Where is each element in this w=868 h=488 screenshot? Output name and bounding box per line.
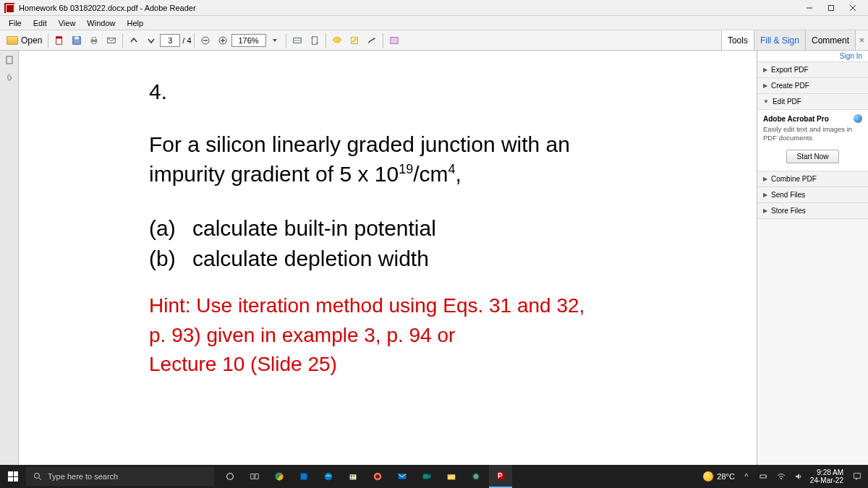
page-total: 4 (187, 36, 191, 45)
svg-point-27 (227, 474, 234, 480)
read-mode-button[interactable] (386, 33, 402, 48)
toolbar-separator (48, 33, 48, 48)
svg-rect-49 (760, 475, 766, 478)
chrome-icon[interactable] (268, 465, 291, 488)
sign-in-link[interactable]: Sign In (757, 51, 868, 62)
adobe-reader-taskbar-icon[interactable] (489, 465, 512, 488)
svg-rect-7 (75, 36, 79, 39)
window-titlebar: Homework 6b 03182022.docx.pdf - Adobe Re… (0, 0, 868, 16)
toolbar: Open / 4 Tools Fill & Sign Comment × (0, 30, 868, 51)
store-files-section[interactable]: ▶Store Files (757, 203, 868, 219)
document-viewport[interactable]: 4. For a silicon linearly graded junctio… (19, 51, 757, 465)
svg-rect-50 (766, 476, 767, 477)
wifi-icon[interactable] (775, 471, 787, 482)
microsoft-store-icon[interactable] (341, 465, 365, 488)
hint-text: Hint: Use iteration method using Eqs. 31… (149, 291, 757, 380)
meet-icon[interactable] (415, 465, 438, 488)
search-placeholder: Type here to search (48, 472, 118, 481)
firefox-icon[interactable] (366, 465, 389, 488)
zoom-out-button[interactable] (197, 33, 213, 48)
fit-page-button[interactable] (307, 33, 323, 48)
weather-widget[interactable]: 28°C (703, 471, 735, 481)
menu-view[interactable]: View (53, 17, 82, 29)
sun-icon (703, 471, 713, 481)
svg-rect-9 (93, 37, 96, 40)
battery-icon[interactable] (758, 471, 770, 482)
open-button[interactable]: Open (4, 33, 45, 48)
svg-point-47 (474, 474, 479, 479)
cortana-icon[interactable] (218, 465, 242, 488)
question-number: 4. (149, 80, 757, 104)
menu-edit[interactable]: Edit (27, 17, 53, 29)
left-navigation-rail (0, 51, 19, 465)
notifications-icon[interactable] (849, 468, 865, 484)
volume-icon[interactable] (793, 471, 804, 482)
menu-window[interactable]: Window (81, 17, 121, 29)
start-now-button[interactable]: Start Now (786, 150, 840, 163)
svg-rect-35 (351, 475, 353, 477)
close-button[interactable] (842, 1, 864, 15)
tab-comment[interactable]: Comment (805, 30, 855, 50)
thumbnails-icon[interactable] (3, 53, 16, 67)
save-button[interactable] (69, 33, 85, 48)
page-down-button[interactable] (143, 33, 159, 48)
clock[interactable]: 9:28 AM 24-Mar-22 (810, 468, 843, 484)
export-pdf-section[interactable]: ▶Export PDF (757, 62, 868, 78)
minimize-button[interactable] (799, 1, 820, 15)
temperature: 28°C (717, 472, 735, 481)
acrobat-pro-title: Adobe Acrobat Pro (763, 115, 829, 123)
zoom-dropdown[interactable] (267, 33, 283, 48)
start-button[interactable] (0, 465, 26, 488)
edit-pdf-section[interactable]: ▼Edit PDF (757, 94, 868, 110)
print-button[interactable] (86, 33, 102, 48)
edit-pdf-panel: Adobe Acrobat Pro Easily edit text and i… (757, 110, 868, 171)
acrobat-pro-description: Easily edit text and images in PDF docum… (763, 125, 862, 142)
tab-fill-sign[interactable]: Fill & Sign (754, 30, 805, 50)
create-pdf-section[interactable]: ▶Create PDF (757, 78, 868, 94)
item-b: (b)calculate depletion width (149, 244, 757, 274)
settings-icon[interactable] (292, 465, 315, 488)
combine-pdf-section[interactable]: ▶Combine PDF (757, 171, 868, 187)
system-tray: 28°C ^ 9:28 AM 24-Mar-22 (700, 465, 868, 488)
create-pdf-button[interactable] (51, 33, 67, 48)
toolbar-separator (383, 33, 383, 48)
maximize-button[interactable] (820, 1, 842, 15)
globe-icon (854, 114, 862, 123)
menu-help[interactable]: Help (121, 17, 149, 29)
edge-icon[interactable] (317, 465, 340, 488)
zoom-input[interactable] (231, 34, 266, 47)
file-explorer-icon[interactable] (440, 465, 463, 488)
svg-marker-54 (856, 479, 858, 481)
svg-rect-38 (353, 478, 355, 479)
window-title: Homework 6b 03182022.docx.pdf - Adobe Re… (19, 4, 799, 12)
svg-marker-52 (796, 474, 799, 479)
page-up-button[interactable] (126, 33, 142, 48)
page-number-input[interactable] (160, 34, 180, 47)
svg-rect-29 (255, 474, 258, 479)
toolbar-close-button[interactable]: × (855, 30, 868, 50)
chevron-right-icon: ▶ (763, 192, 767, 198)
svg-point-51 (780, 478, 782, 479)
comment-tool-button[interactable] (329, 33, 345, 48)
svg-rect-45 (448, 474, 451, 476)
tray-chevron-icon[interactable]: ^ (741, 471, 752, 482)
chevron-right-icon: ▶ (763, 207, 767, 214)
email-button[interactable] (103, 33, 119, 48)
send-files-section[interactable]: ▶Send Files (757, 187, 868, 203)
chevron-down-icon: ▼ (763, 98, 769, 105)
mail-icon[interactable] (391, 465, 414, 488)
highlight-tool-button[interactable] (346, 33, 362, 48)
fit-width-button[interactable] (289, 33, 305, 48)
sign-tool-button[interactable] (364, 33, 380, 48)
app-icon[interactable] (464, 465, 488, 488)
task-view-icon[interactable] (243, 465, 266, 488)
zoom-in-button[interactable] (215, 33, 231, 48)
windows-taskbar: Type here to search 28°C ^ 9:28 AM 24-Ma… (0, 465, 868, 488)
item-a: (a)calculate built-in potential (149, 213, 757, 244)
main-area: 4. For a silicon linearly graded junctio… (0, 51, 868, 465)
attachments-icon[interactable] (3, 71, 16, 84)
menu-file[interactable]: File (3, 17, 27, 29)
menu-bar: File Edit View Window Help (0, 16, 868, 30)
taskbar-search[interactable]: Type here to search (26, 467, 214, 486)
tab-tools[interactable]: Tools (721, 30, 754, 50)
